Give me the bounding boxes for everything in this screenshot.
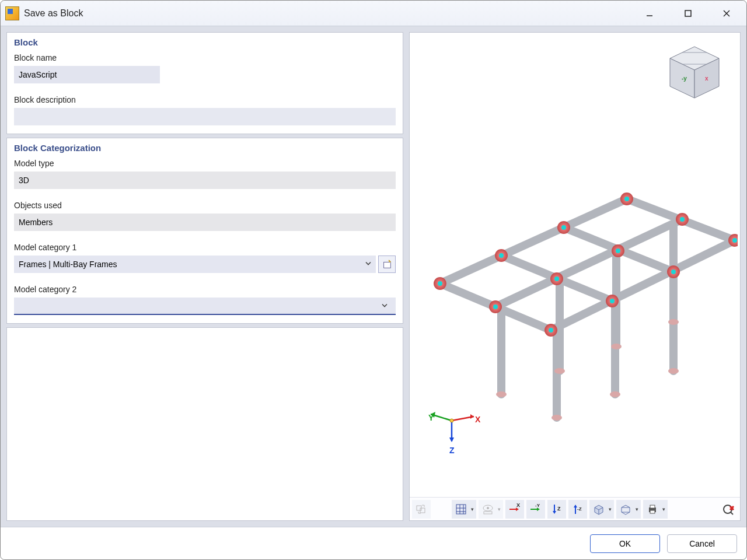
panel-cat-title: Block Categorization [14, 143, 396, 153]
axis-neg-z-button[interactable]: -Z [568, 500, 587, 519]
solid-view-button[interactable] [589, 500, 614, 519]
new-category-button[interactable] [378, 256, 396, 273]
model-type-value: 3D [14, 172, 396, 189]
panel-block-title: Block [14, 37, 396, 47]
svg-point-74 [487, 507, 489, 509]
structure-preview-icon [411, 126, 738, 453]
svg-point-29 [554, 368, 565, 374]
svg-text:x: x [705, 75, 708, 82]
svg-rect-68 [456, 505, 466, 514]
title-bar: Save as Block [1, 1, 746, 26]
svg-point-46 [554, 276, 559, 281]
svg-marker-64 [449, 438, 454, 442]
wire-view-button[interactable] [616, 500, 641, 519]
svg-marker-60 [470, 414, 474, 419]
main-content: Block Block name Block description Block… [1, 26, 746, 527]
axis-neg-y-button[interactable]: -Y [526, 500, 545, 519]
close-button[interactable] [716, 5, 737, 22]
svg-text:X: X [516, 503, 520, 508]
svg-text:-Z: -Z [577, 506, 582, 512]
svg-point-42 [624, 197, 629, 201]
cat1-select[interactable] [14, 256, 376, 273]
preview-toolbar: X -Y Z -Z [410, 497, 740, 520]
axis-y-label: Y [428, 413, 434, 422]
block-name-input[interactable] [14, 66, 160, 83]
svg-rect-4 [384, 262, 391, 268]
visibility-button [479, 500, 503, 519]
axis-z-button[interactable]: Z [547, 500, 566, 519]
model-type-label: Model type [14, 159, 396, 168]
cat2-label: Model category 2 [14, 285, 396, 294]
svg-point-50 [680, 217, 685, 222]
cat2-select[interactable] [14, 298, 396, 315]
svg-point-56 [671, 270, 676, 274]
axis-x-label: X [475, 415, 480, 424]
svg-rect-75 [484, 512, 492, 514]
svg-point-32 [551, 415, 562, 421]
preview-3d-viewport[interactable]: x -y [409, 32, 741, 521]
maximize-button[interactable] [678, 5, 699, 22]
swap-view-icon [412, 500, 431, 519]
cat1-label: Model category 1 [14, 243, 396, 252]
minimize-button[interactable] [639, 5, 660, 22]
svg-point-52 [549, 328, 553, 332]
axis-x-button[interactable]: X [505, 500, 524, 519]
svg-point-40 [561, 225, 566, 230]
block-desc-input[interactable] [14, 108, 396, 125]
svg-point-65 [450, 419, 453, 422]
grid-dropdown-button[interactable] [452, 500, 476, 519]
dialog-footer: OK Cancel [1, 527, 746, 559]
panel-categorization: Block Categorization Model type 3D Objec… [6, 138, 403, 324]
app-icon [5, 6, 19, 20]
svg-text:-y: -y [682, 75, 687, 82]
objects-used-value: Members [14, 214, 396, 231]
svg-marker-83 [553, 511, 556, 514]
svg-line-99 [731, 512, 733, 514]
panel-block: Block Block name Block description [6, 32, 403, 134]
svg-point-36 [438, 281, 442, 286]
axis-z-label: Z [449, 446, 455, 455]
svg-rect-97 [650, 510, 655, 513]
svg-marker-92 [622, 505, 630, 514]
svg-point-33 [610, 391, 620, 397]
reset-view-button[interactable] [719, 500, 738, 519]
svg-point-54 [610, 299, 615, 303]
svg-point-34 [668, 368, 679, 374]
panel-empty [6, 327, 403, 521]
svg-rect-1 [685, 10, 691, 16]
window-title: Save as Block [24, 8, 83, 19]
svg-point-44 [493, 304, 498, 309]
svg-rect-96 [650, 505, 655, 508]
ok-button[interactable]: OK [590, 534, 660, 553]
svg-text:Z: Z [557, 506, 561, 512]
svg-point-48 [616, 249, 620, 253]
svg-point-38 [499, 253, 504, 258]
svg-point-28 [496, 391, 507, 397]
cancel-button[interactable]: Cancel [667, 534, 737, 553]
block-desc-label: Block description [14, 95, 396, 104]
nav-cube-icon[interactable]: x -y [665, 43, 724, 102]
svg-point-30 [611, 344, 622, 349]
print-button[interactable] [643, 500, 668, 519]
block-name-label: Block name [14, 53, 396, 62]
objects-used-label: Objects used [14, 201, 396, 210]
svg-point-58 [732, 238, 737, 243]
svg-text:-Y: -Y [535, 503, 540, 508]
svg-point-31 [668, 319, 679, 325]
